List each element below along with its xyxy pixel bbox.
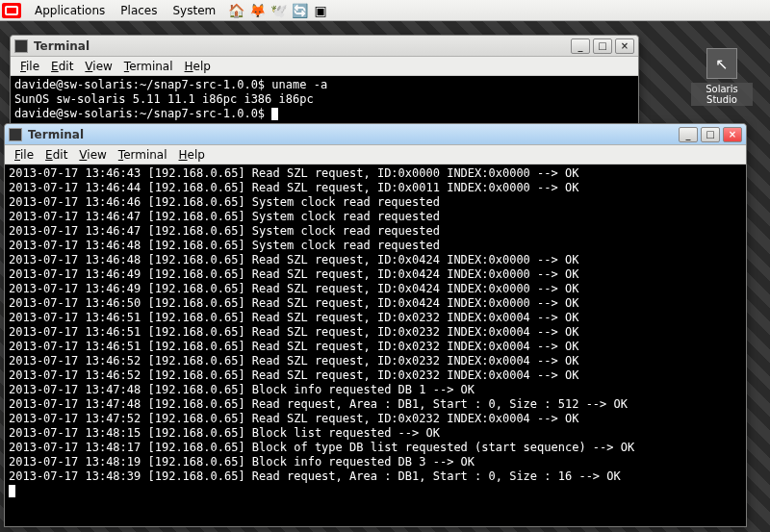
terminal-launcher-icon[interactable]: ▣ <box>312 2 329 19</box>
window-title: Terminal <box>28 128 84 141</box>
terminal-output[interactable]: 2013-07-17 13:46:43 [192.168.0.65] Read … <box>5 165 746 526</box>
terminal-icon <box>9 128 22 141</box>
menu-view[interactable]: View <box>79 60 117 73</box>
menu-help[interactable]: Help <box>173 148 211 162</box>
minimize-button[interactable]: _ <box>679 127 698 142</box>
menu-terminal[interactable]: Terminal <box>113 148 173 162</box>
close-button[interactable]: × <box>615 38 634 54</box>
menu-file[interactable]: File <box>9 148 39 162</box>
maximize-button[interactable]: □ <box>701 127 720 142</box>
terminal-icon <box>14 39 28 53</box>
window-title: Terminal <box>34 39 90 53</box>
menu-terminal[interactable]: Terminal <box>118 60 179 73</box>
maximize-button[interactable]: □ <box>593 38 612 54</box>
firefox-icon[interactable]: 🦊 <box>248 2 266 19</box>
menubar: File Edit View Terminal Help <box>5 145 746 165</box>
panel-applications[interactable]: Applications <box>27 4 113 17</box>
close-button[interactable]: × <box>723 127 742 142</box>
minimize-button[interactable]: _ <box>571 38 590 54</box>
menu-edit[interactable]: Edit <box>39 148 73 162</box>
cursor-icon: ↖ <box>706 48 737 79</box>
top-panel: Applications Places System 🏠 🦊 🕊️ 🔄 ▣ <box>0 0 770 21</box>
titlebar[interactable]: Terminal _ □ × <box>5 124 746 145</box>
updater-icon[interactable]: 🔄 <box>291 2 308 19</box>
titlebar[interactable]: Terminal _ □ × <box>11 36 638 57</box>
menu-help[interactable]: Help <box>179 60 217 73</box>
desktop-icon-label: Solaris Studio <box>691 83 753 106</box>
menubar: File Edit View Terminal Help <box>11 57 638 76</box>
panel-places[interactable]: Places <box>113 4 165 17</box>
cursor <box>9 485 15 497</box>
menu-edit[interactable]: Edit <box>45 60 79 73</box>
panel-system[interactable]: System <box>165 4 223 17</box>
oracle-logo-icon <box>2 3 21 18</box>
home-icon[interactable]: 🏠 <box>227 2 244 19</box>
menu-view[interactable]: View <box>73 148 112 162</box>
desktop-icon-solaris-studio[interactable]: ↖ Solaris Studio <box>691 48 753 106</box>
terminal-window-2: Terminal _ □ × File Edit View Terminal H… <box>4 123 747 527</box>
cursor <box>271 108 278 120</box>
menu-file[interactable]: File <box>14 60 45 73</box>
thunderbird-icon[interactable]: 🕊️ <box>270 2 287 19</box>
